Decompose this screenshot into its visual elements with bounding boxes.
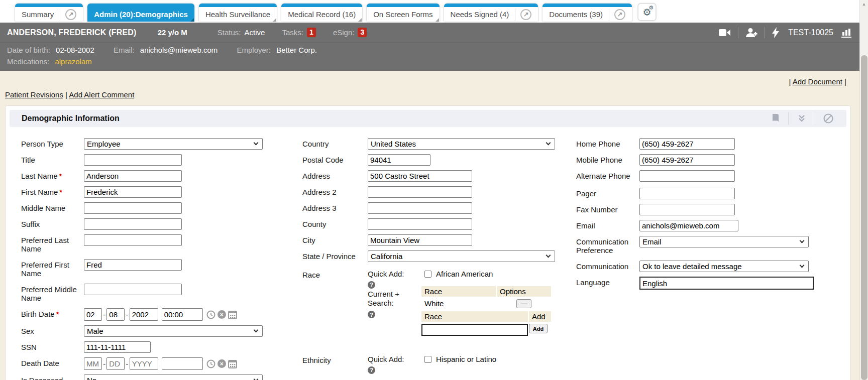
- race-column-header: Race: [421, 311, 528, 322]
- vertical-scrollbar[interactable]: ▲: [859, 0, 868, 380]
- death-year-input[interactable]: [130, 357, 158, 370]
- gear-icon: ⚙: [648, 5, 654, 11]
- language-input[interactable]: [639, 277, 814, 290]
- state-select[interactable]: California: [368, 250, 555, 262]
- death-day-input[interactable]: [106, 357, 125, 370]
- home-phone-input[interactable]: [639, 138, 735, 150]
- first-name-input[interactable]: [84, 186, 182, 198]
- tab-medical-record[interactable]: Medical Record (16): [281, 4, 362, 22]
- communication-select[interactable]: Ok to leave detailed message: [639, 261, 809, 272]
- birth-day-input[interactable]: [106, 308, 125, 321]
- postal-code-input[interactable]: [368, 154, 430, 166]
- suffix-input[interactable]: [84, 218, 182, 230]
- county-input[interactable]: [368, 218, 472, 230]
- chevron-down-icon: [254, 141, 259, 146]
- tab-documents[interactable]: Documents (39) ↗: [542, 4, 632, 22]
- settings-button[interactable]: ⚙ ⚙: [638, 4, 656, 21]
- collapse-chevrons-icon[interactable]: [789, 113, 815, 123]
- field-suffix: Suffix: [21, 218, 302, 230]
- mobile-phone-input[interactable]: [639, 154, 735, 166]
- add-race-button[interactable]: Add: [529, 324, 548, 333]
- address3-input[interactable]: [368, 202, 472, 214]
- field-communication: Communication Ok to leave detailed messa…: [576, 261, 850, 272]
- race-row: White —: [421, 298, 551, 309]
- add-document-row: | Add Document |: [0, 71, 859, 86]
- clock-icon[interactable]: [206, 359, 215, 368]
- field-birth-date: Birth Date* - - ×: [21, 308, 302, 321]
- last-name-input[interactable]: [84, 170, 182, 182]
- chart-book-icon[interactable]: [762, 113, 788, 124]
- patient-revisions-link[interactable]: Patient Revisions: [5, 90, 63, 99]
- race-quick-option: African American: [424, 270, 552, 278]
- is-deceased-select[interactable]: No: [84, 374, 263, 380]
- field-preferred-last-name: Preferred Last Name: [21, 234, 302, 253]
- patient-name: ANDERSON, FREDERICK (FRED): [7, 28, 137, 37]
- race-search-input[interactable]: [421, 324, 528, 336]
- external-link-icon[interactable]: ↗: [65, 9, 76, 20]
- preferred-middle-name-input[interactable]: [84, 284, 182, 295]
- race-value: White: [421, 298, 496, 309]
- help-icon[interactable]: ?: [368, 311, 375, 318]
- patient-medications[interactable]: alprazolam: [55, 57, 91, 66]
- death-time-input[interactable]: [162, 357, 203, 370]
- field-ssn: SSN: [21, 341, 302, 353]
- flowsheet-chart-icon[interactable]: [841, 28, 852, 38]
- birth-year-input[interactable]: [130, 308, 158, 321]
- calendar-icon[interactable]: [228, 310, 237, 319]
- person-type-select[interactable]: Employee: [84, 138, 263, 150]
- ethnicity-checkbox[interactable]: [424, 356, 431, 363]
- pager-input[interactable]: [639, 188, 735, 199]
- tab-health-surveillance[interactable]: Health Surveillance: [199, 4, 277, 22]
- demographics-panel-header: Demographic Information: [10, 110, 846, 127]
- preferred-last-name-input[interactable]: [84, 234, 182, 246]
- death-month-input[interactable]: [84, 357, 102, 370]
- external-link-icon[interactable]: ↗: [614, 9, 625, 20]
- add-alert-comment-link[interactable]: Add Alert Comment: [69, 90, 134, 99]
- field-preferred-middle-name: Preferred Middle Name: [21, 284, 302, 302]
- address-input[interactable]: [368, 170, 472, 182]
- middle-name-input[interactable]: [84, 202, 182, 214]
- ssn-input[interactable]: [84, 341, 151, 353]
- external-link-icon[interactable]: ↗: [520, 9, 531, 20]
- quick-action-icon[interactable]: [772, 27, 779, 38]
- chevron-down-icon: [800, 263, 805, 268]
- race-checkbox[interactable]: [424, 271, 431, 278]
- preferred-first-name-input[interactable]: [84, 259, 182, 271]
- help-icon[interactable]: ?: [368, 366, 375, 374]
- calendar-icon[interactable]: [228, 359, 237, 368]
- field-middle-name: Middle Name: [21, 202, 302, 214]
- email-input[interactable]: [639, 220, 738, 231]
- scroll-up-arrow[interactable]: ▲: [860, 0, 868, 8]
- video-call-icon[interactable]: [719, 28, 731, 37]
- demographics-panel: Demographic Information: [5, 105, 851, 380]
- patient-age-sex: 22 y/o M: [158, 28, 187, 37]
- country-select[interactable]: United States: [368, 138, 555, 150]
- required-asterisk: *: [56, 310, 59, 318]
- field-address3: Address 3: [302, 202, 576, 214]
- disable-icon[interactable]: [815, 113, 841, 124]
- communication-preference-select[interactable]: Email: [639, 236, 809, 247]
- clock-icon[interactable]: [206, 310, 215, 319]
- add-document-link[interactable]: Add Document: [793, 77, 842, 86]
- help-icon[interactable]: ?: [368, 281, 375, 289]
- clear-date-icon[interactable]: ×: [218, 359, 226, 368]
- birth-time-input[interactable]: [162, 308, 203, 321]
- alternate-phone-input[interactable]: [639, 170, 735, 182]
- title-input[interactable]: [84, 154, 182, 166]
- field-communication-preference: Communication Preference Email: [576, 236, 850, 255]
- address2-input[interactable]: [368, 186, 472, 198]
- tab-on-screen-forms[interactable]: On Screen Forms: [367, 4, 439, 22]
- tab-summary[interactable]: Summary ↗: [15, 4, 83, 22]
- sex-select[interactable]: Male: [84, 325, 263, 337]
- city-input[interactable]: [368, 234, 472, 246]
- tab-needs-signed[interactable]: Needs Signed (4) ↗: [444, 4, 538, 22]
- fax-number-input[interactable]: [639, 204, 735, 215]
- add-contact-icon[interactable]: [745, 28, 757, 38]
- tasks-badge[interactable]: 1: [307, 28, 316, 37]
- tab-admin-demographics[interactable]: Admin (20):Demographics: [87, 4, 194, 22]
- remove-race-button[interactable]: —: [516, 299, 531, 308]
- birth-month-input[interactable]: [84, 308, 102, 321]
- esign-badge[interactable]: 3: [358, 28, 367, 37]
- scrollbar-thumb[interactable]: [861, 55, 867, 380]
- clear-date-icon[interactable]: ×: [218, 310, 226, 319]
